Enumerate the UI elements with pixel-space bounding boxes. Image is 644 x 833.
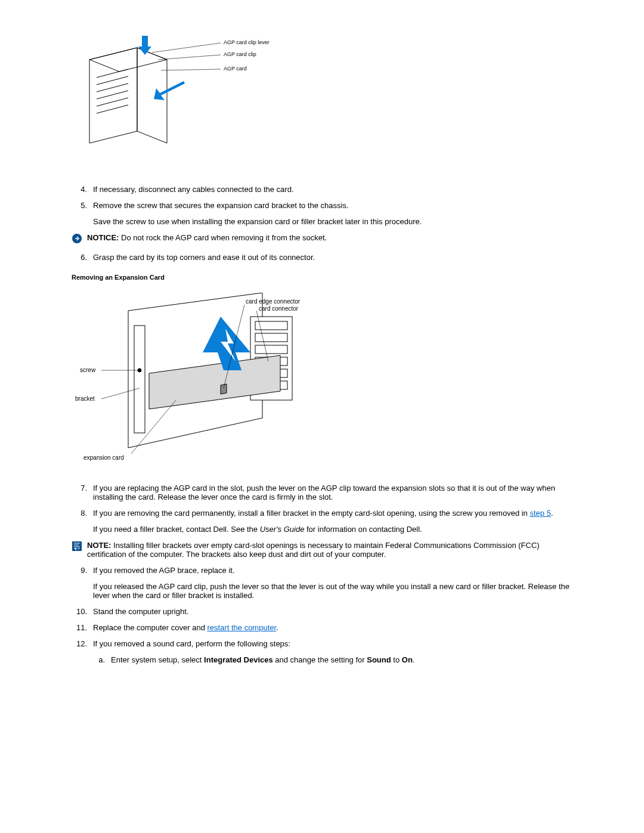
step-8-text: If you are removing the card permanently… <box>93 509 572 534</box>
note-body: Installing filler brackets over empty ca… <box>87 541 540 559</box>
step-7-text: If you are replacing the AGP card in the… <box>93 484 572 501</box>
svg-line-0 <box>97 69 128 78</box>
s12a-b2: Sound <box>367 655 391 664</box>
step-5-line1: Remove the screw that secures the expans… <box>93 201 349 210</box>
step-12: 12. If you removed a sound card, perform… <box>72 639 572 671</box>
notice-text: NOTICE: Do not rock the AGP card when re… <box>87 233 572 242</box>
step-4: 4. If necessary, disconnect any cables c… <box>72 185 572 194</box>
s12a-4: . <box>413 655 415 664</box>
step-12a-text: Enter system setup, select Integrated De… <box>111 655 414 664</box>
figure-expansion-card: card edge connector card connector screw… <box>72 293 572 466</box>
step-11-num: 11. <box>72 623 93 632</box>
notice-bold: NOTICE: <box>87 233 119 242</box>
notice-body: Do not rock the AGP card when removing i… <box>119 233 327 242</box>
step-8-after: . <box>551 509 553 518</box>
step-8-p2-before: If you need a filler bracket, contact De… <box>93 525 260 534</box>
step-6: 6. Grasp the card by its top corners and… <box>72 253 572 262</box>
fig2-label-bracket: bracket <box>75 395 95 402</box>
figure2-caption: Removing an Expansion Card <box>72 274 572 281</box>
step-12a: a. Enter system setup, select Integrated… <box>93 655 572 664</box>
s12a-b3: On <box>402 655 413 664</box>
step-7-num: 7. <box>72 484 93 501</box>
svg-line-4 <box>97 98 128 106</box>
svg-line-1 <box>97 76 128 85</box>
fig2-label-edge: card edge connector <box>246 298 301 305</box>
step-9-line2: If you released the AGP card clip, push … <box>93 582 572 600</box>
step-8: 8. If you are removing the card permanen… <box>72 509 572 534</box>
step-9-num: 9. <box>72 566 93 600</box>
step-4-text: If necessary, disconnect any cables conn… <box>93 185 572 194</box>
s12a-2: and change the setting for <box>273 655 367 664</box>
note-callout: NOTE: Installing filler brackets over em… <box>72 541 572 559</box>
step-5: 5. Remove the screw that secures the exp… <box>72 201 572 226</box>
step-5-num: 5. <box>72 201 93 226</box>
step-8-num: 8. <box>72 509 93 534</box>
step-5-text: Remove the screw that secures the expans… <box>93 201 572 226</box>
step-11-after: . <box>276 623 278 632</box>
step-11-before: Replace the computer cover and <box>93 623 208 632</box>
svg-line-8 <box>161 69 221 70</box>
note-bold: NOTE: <box>87 541 111 550</box>
link-restart[interactable]: restart the computer <box>208 623 277 632</box>
note-text: NOTE: Installing filler brackets over em… <box>87 541 572 559</box>
step-12-intro: If you removed a sound card, perform the… <box>93 639 290 648</box>
step-6-num: 6. <box>72 253 93 262</box>
step-7: 7. If you are replacing the AGP card in … <box>72 484 572 501</box>
notice-icon <box>72 233 85 246</box>
step-8-before: If you are removing the card permanently… <box>93 509 530 518</box>
step-11: 11. Replace the computer cover and resta… <box>72 623 572 632</box>
svg-line-7 <box>158 55 221 60</box>
step-5-line2: Save the screw to use when installing th… <box>93 217 572 226</box>
step-10-text: Stand the computer upright. <box>93 607 572 616</box>
step-9: 9. If you removed the AGP brace, replace… <box>72 566 572 600</box>
step-6-text: Grasp the card by its top corners and ea… <box>93 253 572 262</box>
step-11-text: Replace the computer cover and restart t… <box>93 623 572 632</box>
svg-line-3 <box>97 91 128 99</box>
note-icon <box>72 541 85 553</box>
step-10: 10. Stand the computer upright. <box>72 607 572 616</box>
link-step5[interactable]: step 5 <box>530 509 550 518</box>
step-12a-letter: a. <box>93 655 111 664</box>
s12a-1: Enter system setup, select <box>111 655 204 664</box>
step-9-text: If you removed the AGP brace, replace it… <box>93 566 572 600</box>
step-8-p2-italic: User's Guide <box>260 525 305 534</box>
step-12-num: 12. <box>72 639 93 671</box>
s12a-b1: Integrated Devices <box>204 655 273 664</box>
step-12-text: If you removed a sound card, perform the… <box>93 639 572 671</box>
fig2-label-screw: screw <box>80 367 96 373</box>
notice-callout: NOTICE: Do not rock the AGP card when re… <box>72 233 572 246</box>
fig1-label-card: AGP card <box>224 66 247 72</box>
step-9-line1: If you removed the AGP brace, replace it… <box>93 566 235 575</box>
fig1-label-clip: AGP card clip <box>224 51 256 57</box>
svg-line-6 <box>152 43 221 52</box>
svg-line-5 <box>97 105 128 113</box>
fig2-label-expcard: expansion card <box>83 454 124 461</box>
figure-agp-card: AGP card clip lever AGP card clip AGP ca… <box>72 36 572 167</box>
step-4-num: 4. <box>72 185 93 194</box>
step-10-num: 10. <box>72 607 93 616</box>
fig2-label-conn: card connector <box>259 305 299 312</box>
step-8-para2: If you need a filler bracket, contact De… <box>93 525 572 534</box>
svg-line-2 <box>97 83 128 92</box>
fig1-label-lever: AGP card clip lever <box>224 39 270 45</box>
s12a-3: to <box>391 655 402 664</box>
step-8-p2-after: for information on contacting Dell. <box>304 525 422 534</box>
